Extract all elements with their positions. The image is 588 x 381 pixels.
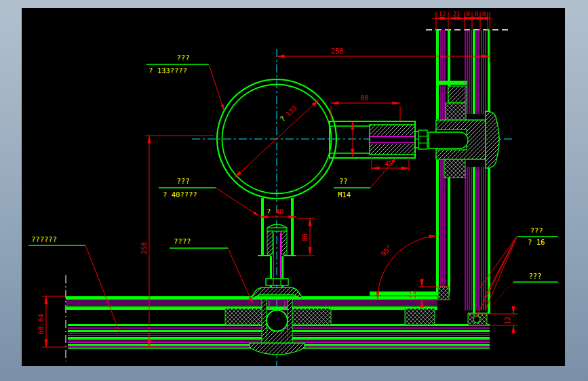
dim-12-corner: 12 [410, 290, 417, 298]
dim-40-value: 40 [275, 208, 283, 216]
weld-label-line1: ???? [174, 237, 191, 245]
panel-insulation-block [290, 308, 331, 325]
dim-80-arm: 80 [360, 94, 368, 102]
panel-label-line1: ?????? [31, 235, 57, 243]
hex-nut [266, 279, 288, 285]
panel-insulation-block [225, 308, 263, 325]
cad-detail-drawing: ? 133 [22, 8, 565, 366]
pipe-label-line2: ? 133???? [149, 66, 187, 75]
glass-label-line1: ??? [529, 272, 542, 280]
arm-sleeve-hatch [370, 144, 415, 155]
rod-label-line1: ??? [530, 226, 543, 235]
cap-fastener-circle [473, 316, 480, 323]
stem-label-line1: ??? [177, 177, 190, 185]
dim-8: 8 [482, 11, 486, 18]
dim-6004: 60.04 [37, 314, 45, 334]
bolt-hex-head [418, 130, 427, 149]
spigot-cup-wall [288, 299, 292, 349]
dim-250-left: 250 [140, 242, 148, 254]
dim-12-cap: 12 [504, 317, 511, 325]
dim-8: 8 [466, 11, 469, 18]
dim-40-prefix: ? [267, 207, 271, 216]
dim-8: 8 [474, 11, 477, 18]
rod-label-line2: ? 16 [528, 238, 545, 246]
spigot-cup-wall [262, 299, 267, 349]
bolt-shaft-round-nose [429, 132, 468, 148]
ball-joint [267, 310, 288, 332]
dim-21: 21 [453, 11, 460, 18]
mullion-hatch-block [448, 86, 467, 102]
bolt-label-line1: ?? [339, 177, 348, 185]
corner-insulation-block [438, 287, 449, 300]
arm-sleeve-hatch [370, 125, 415, 136]
dim-80-stem: 80 [301, 233, 309, 241]
drawing-canvas[interactable]: ? 133 [22, 8, 565, 366]
mullion-insulation-block [444, 157, 465, 178]
dim-12: 12 [439, 11, 446, 18]
inner-bolt-wall [281, 231, 287, 254]
bolt-label-line2: M14 [338, 190, 351, 199]
stem-label-line2: ? 40???? [163, 190, 197, 199]
inner-bolt-wall [267, 231, 273, 254]
panel-insulation-block [405, 308, 435, 325]
dim-250-top: 250 [331, 47, 343, 55]
pipe-label-line1: ??? [177, 54, 190, 62]
